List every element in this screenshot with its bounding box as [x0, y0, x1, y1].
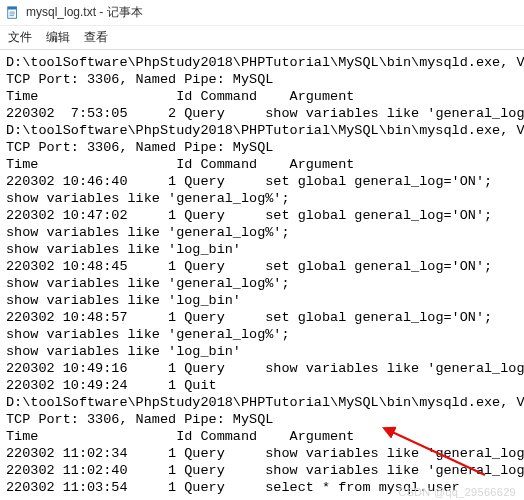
menu-bar: 文件 编辑 查看: [0, 26, 524, 50]
watermark: CSDN @qq_29566629: [398, 486, 516, 498]
window-title: mysql_log.txt - 记事本: [26, 4, 143, 21]
menu-view[interactable]: 查看: [84, 29, 108, 46]
text-content[interactable]: D:\toolSoftware\PhpStudy2018\PHPTutorial…: [0, 50, 524, 498]
menu-file[interactable]: 文件: [8, 29, 32, 46]
title-bar: mysql_log.txt - 记事本: [0, 0, 524, 26]
notepad-icon: [6, 6, 20, 20]
menu-edit[interactable]: 编辑: [46, 29, 70, 46]
svg-rect-1: [8, 6, 17, 9]
